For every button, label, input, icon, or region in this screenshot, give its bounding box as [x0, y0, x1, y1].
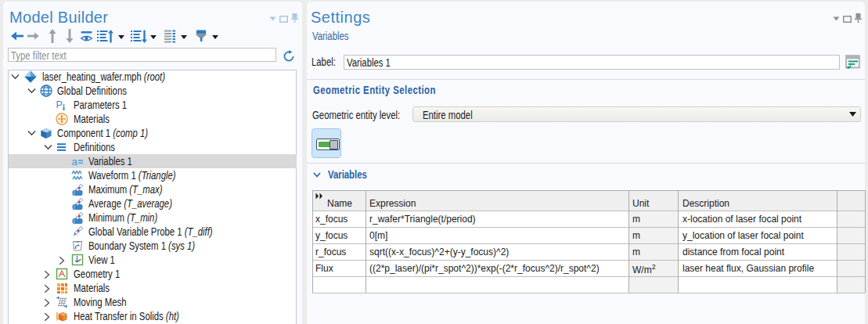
svg-text:a: a — [72, 156, 78, 167]
svg-text:P: P — [56, 99, 63, 110]
